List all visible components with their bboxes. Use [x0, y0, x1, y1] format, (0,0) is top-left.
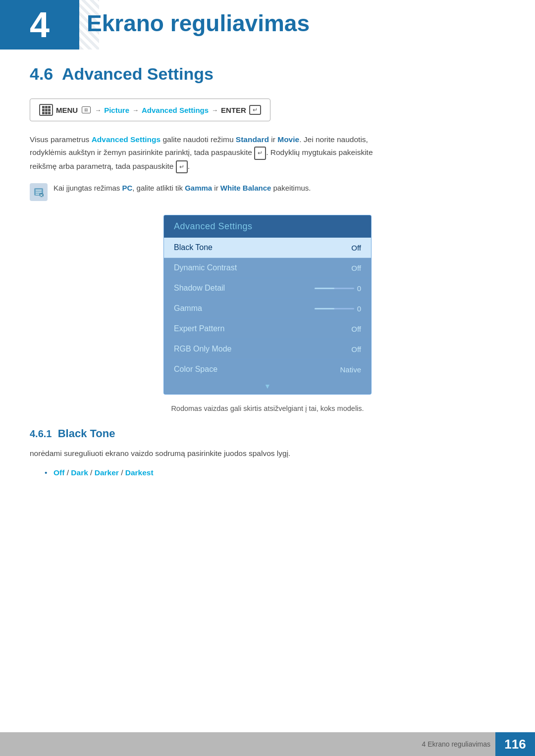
menu-item-dynamic-contrast-label: Dynamic Contrast	[174, 263, 237, 272]
highlight-white-balance: White Balance	[220, 184, 271, 192]
note-svg-icon: K	[33, 187, 44, 198]
chapter-title: Ekrano reguliavimas	[87, 10, 310, 37]
section-title-text: Advanced Settings	[62, 64, 214, 83]
footer-chapter-text: 4 Ekrano reguliavimas	[422, 740, 495, 748]
menu-item-expert-pattern: Expert Pattern Off	[164, 319, 371, 339]
bullet-darkest: Darkest	[125, 468, 154, 477]
bullet-separator-1: /	[64, 468, 71, 477]
chapter-number-box: 4	[0, 0, 79, 50]
gamma-bar	[315, 308, 354, 309]
section-title: 4.6 Advanced Settings	[30, 64, 505, 84]
section-number: 4.6	[30, 64, 53, 83]
bullet-darker: Darker	[95, 468, 119, 477]
bullet-list: Off / Dark / Darker / Darkest	[30, 466, 505, 480]
enter-icon: ↵	[249, 105, 261, 115]
note-text: Kai įjungtas režimas PC, galite atlikti …	[54, 182, 311, 194]
menu-label: MENU	[56, 106, 78, 114]
page-number: 116	[504, 737, 526, 752]
screen-menu: Advanced Settings Black Tone Off Dynamic…	[163, 215, 372, 395]
menu-item-dynamic-contrast-value: Off	[351, 264, 361, 272]
gamma-slider: 0	[315, 304, 361, 313]
bullet-off: Off	[54, 468, 64, 477]
menu-item-shadow-detail: Shadow Detail 0	[164, 278, 371, 299]
menu-item-gamma-value: 0	[357, 304, 361, 313]
bullet-separator-2: /	[88, 468, 95, 477]
menu-item-color-space-label: Color Space	[174, 365, 217, 374]
menu-item-rgb-only-mode-value: Off	[351, 345, 361, 353]
menu-item-black-tone: Black Tone Off	[164, 238, 371, 258]
arrow-1: →	[95, 106, 101, 114]
menu-item-shadow-detail-label: Shadow Detail	[174, 284, 225, 293]
bullet-separator-3: /	[119, 468, 125, 477]
footer: 4 Ekrano reguliavimas 116	[0, 732, 535, 756]
menu-icon	[39, 104, 53, 116]
highlight-gamma: Gamma	[185, 184, 212, 192]
list-item-off-dark: Off / Dark / Darker / Darkest	[45, 466, 505, 480]
subsection-title: 4.6.1 Black Tone	[30, 427, 505, 440]
chapter-number: 4	[30, 4, 50, 45]
menu-item-picture: Picture	[104, 106, 129, 114]
menu-item-black-tone-value: Off	[351, 244, 361, 252]
enter-icon-inline-2: ↵	[176, 160, 188, 173]
menu-item-expert-pattern-value: Off	[351, 325, 361, 333]
shadow-detail-bar	[315, 288, 354, 289]
highlight-pc: PC	[122, 184, 132, 192]
menu-item-color-space: Color Space Native	[164, 359, 371, 379]
scroll-down-indicator: ▼	[164, 379, 371, 394]
highlight-movie: Movie	[277, 135, 299, 144]
enter-icon-inline-1: ↵	[254, 147, 266, 159]
menu-item-expert-pattern-label: Expert Pattern	[174, 324, 224, 333]
shadow-detail-slider: 0	[315, 284, 361, 293]
menu-item-shadow-detail-value: 0	[357, 284, 361, 293]
subsection-body: norėdami sureguliuoti ekrano vaizdo sodr…	[30, 447, 505, 460]
menu-item-rgb-only-mode-label: RGB Only Mode	[174, 345, 231, 353]
menu-item-gamma: Gamma 0	[164, 299, 371, 319]
menu-item-advanced: Advanced Settings	[142, 106, 209, 114]
main-section: 4.6 Advanced Settings MENU ⊞ → Picture →…	[30, 64, 505, 480]
arrow-3: →	[212, 106, 218, 114]
enter-label: ENTER	[221, 106, 246, 114]
subsection-number: 4.6.1	[30, 428, 52, 439]
note-icon: K	[30, 183, 48, 201]
subsection-461: 4.6.1 Black Tone norėdami sureguliuoti e…	[30, 427, 505, 480]
menu-path-box: MENU ⊞ → Picture → Advanced Settings → E…	[30, 99, 270, 121]
menu-item-dynamic-contrast: Dynamic Contrast Off	[164, 258, 371, 278]
screen-menu-wrapper: Advanced Settings Black Tone Off Dynamic…	[30, 215, 505, 395]
page-number-badge: 116	[495, 732, 535, 756]
menu-item-black-tone-label: Black Tone	[174, 243, 213, 252]
highlight-standard: Standard	[236, 135, 269, 144]
screen-menu-title: Advanced Settings	[164, 215, 371, 238]
note-box: K Kai įjungtas režimas PC, galite atlikt…	[30, 182, 505, 201]
body-paragraph-1: Visus parametrus Advanced Settings galit…	[30, 133, 505, 173]
menu-item-rgb-only-mode: RGB Only Mode Off	[164, 339, 371, 359]
subsection-title-text: Black Tone	[58, 427, 115, 440]
menu-item-gamma-label: Gamma	[174, 304, 202, 313]
svg-text:K: K	[41, 194, 43, 197]
menu-item-color-space-value: Native	[340, 365, 361, 374]
screen-caption: Rodomas vaizdas gali skirtis atsižvelgia…	[30, 404, 505, 412]
arrow-2: →	[132, 106, 139, 114]
bullet-dark: Dark	[71, 468, 88, 477]
highlight-advanced-settings: Advanced Settings	[92, 135, 161, 144]
